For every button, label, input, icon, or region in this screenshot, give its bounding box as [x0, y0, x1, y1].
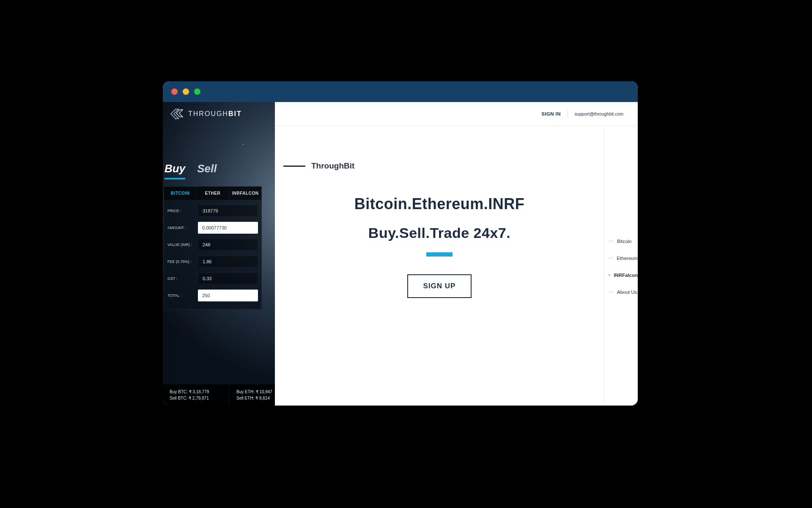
order-panel: BITCOIN ETHER INRFALCON PRICE : 318779 A…: [164, 186, 262, 309]
window-maximize-icon[interactable]: [194, 88, 200, 95]
ticker-eth: Buy ETH: ₹ 10,947 Sell ETH: ₹ 9,614: [230, 384, 275, 406]
value-value: 248: [198, 239, 258, 251]
nav-inrfalcon[interactable]: INRFalcon: [609, 273, 638, 278]
price-label: PRICE :: [167, 209, 195, 213]
tab-ether[interactable]: ETHER: [197, 187, 229, 200]
amount-input[interactable]: 0.00077730: [198, 222, 258, 234]
nav-ethereum[interactable]: Ethereum: [609, 256, 638, 261]
sign-in-link[interactable]: SIGN IN: [541, 111, 561, 116]
dash-icon: [609, 258, 613, 258]
top-bar: SIGN IN support@throughbit.com: [275, 102, 638, 126]
ticker-btc: Buy BTC: ₹ 3,18,779 Sell BTC: ₹ 2,79,971: [163, 384, 230, 406]
sign-up-button[interactable]: SIGN UP: [407, 274, 472, 298]
section-nav: Bitcoin Ethereum INRFalcon About Us: [604, 127, 638, 406]
kicker-text: ThroughBit: [311, 161, 354, 171]
window-minimize-icon[interactable]: [183, 88, 189, 95]
tab-bitcoin[interactable]: BITCOIN: [164, 187, 197, 200]
amount-label: AMOUNT :: [167, 226, 195, 230]
hero-section: ThroughBit Bitcoin.Ethereum.INRF Buy.Sel…: [275, 144, 604, 298]
dash-icon: [609, 275, 610, 275]
window-close-icon[interactable]: [171, 88, 178, 95]
dash-icon: [609, 292, 614, 292]
price-value: 318779: [198, 205, 258, 217]
fee-label: FEE (0.75%) :: [167, 260, 195, 264]
trade-sidebar: THROUGHBIT Buy Sell BITCOIN ETHER INRFAL…: [163, 102, 275, 406]
main-content: SIGN IN support@throughbit.com ThroughBi…: [275, 102, 638, 406]
gst-label: GST :: [167, 276, 195, 281]
hero-kicker: ThroughBit: [283, 161, 354, 171]
tab-buy[interactable]: Buy: [165, 162, 185, 179]
divider: [568, 110, 568, 118]
tab-inrfalcon[interactable]: INRFALCON: [229, 187, 261, 200]
browser-titlebar: [163, 81, 638, 102]
kicker-line-icon: [283, 166, 305, 167]
hero-headline-2: Buy.Sell.Trade 24x7.: [368, 225, 510, 241]
support-email[interactable]: support@throughbit.com: [575, 111, 623, 116]
hero-headline-1: Bitcoin.Ethereum.INRF: [354, 195, 525, 213]
ticker-btc-sell: Sell BTC: ₹ 2,79,971: [170, 395, 222, 401]
dash-icon: [609, 241, 614, 241]
nav-bitcoin[interactable]: Bitcoin: [609, 239, 638, 244]
price-ticker: Buy BTC: ₹ 3,18,779 Sell BTC: ₹ 2,79,971…: [163, 384, 275, 406]
gst-value: 0.33: [198, 273, 258, 284]
brand-logo[interactable]: THROUGHBIT: [163, 102, 275, 124]
value-label: VALUE (INR) :: [167, 243, 195, 247]
fee-value: 1.86: [198, 256, 258, 268]
total-label: TOTAL :: [167, 293, 195, 298]
coin-tabs: BITCOIN ETHER INRFALCON: [164, 187, 261, 200]
buy-sell-tabs: Buy Sell: [164, 124, 274, 181]
total-input[interactable]: 250: [198, 290, 258, 301]
browser-window: THROUGHBIT Buy Sell BITCOIN ETHER INRFAL…: [163, 81, 638, 406]
accent-bar-icon: [426, 252, 453, 257]
ticker-eth-buy: Buy ETH: ₹ 10,947: [236, 389, 272, 395]
brand-name: THROUGHBIT: [188, 110, 242, 118]
ticker-eth-sell: Sell ETH: ₹ 9,614: [236, 395, 272, 401]
nav-about-us[interactable]: About Us: [609, 290, 638, 295]
tab-sell[interactable]: Sell: [197, 162, 217, 179]
ticker-btc-buy: Buy BTC: ₹ 3,18,779: [170, 389, 222, 395]
wing-icon: [170, 108, 184, 120]
